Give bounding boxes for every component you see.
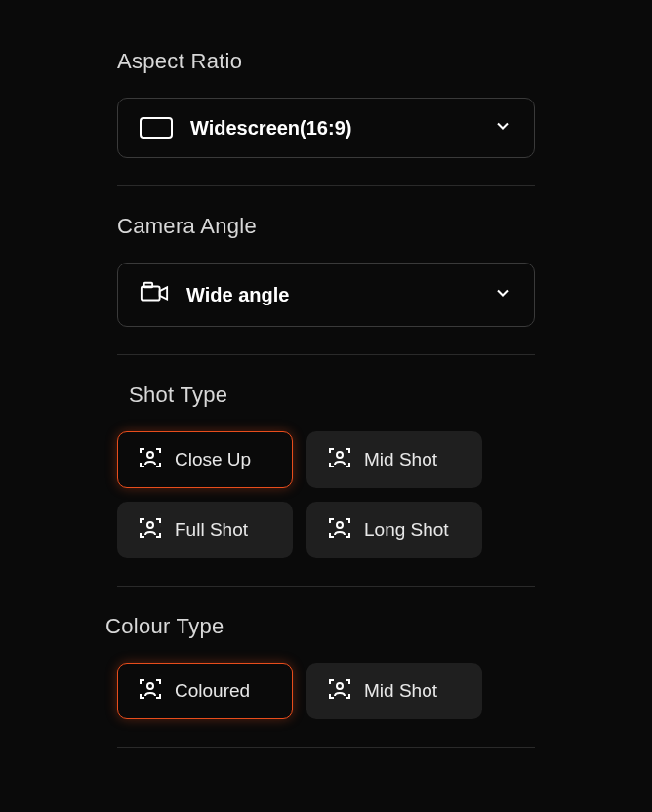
svg-point-2 xyxy=(147,452,153,458)
focus-person-icon xyxy=(138,676,163,706)
focus-person-icon xyxy=(138,445,163,474)
shot-type-mid-shot[interactable]: Mid Shot xyxy=(306,431,482,488)
shot-type-long-shot[interactable]: Long Shot xyxy=(306,502,482,558)
chevron-down-icon xyxy=(493,116,512,140)
camera-angle-value: Wide angle xyxy=(186,284,289,306)
svg-rect-1 xyxy=(144,283,152,288)
focus-person-icon xyxy=(327,676,352,706)
chevron-down-icon xyxy=(493,283,512,306)
camera-icon xyxy=(140,281,169,308)
focus-person-icon xyxy=(327,515,352,545)
aspect-ratio-value: Widescreen(16:9) xyxy=(190,117,351,140)
widescreen-icon xyxy=(140,117,173,139)
camera-angle-section: Camera Angle Wide angle xyxy=(117,214,535,355)
colour-type-section: Colour Type Coloured Mid Shot xyxy=(117,614,535,748)
colour-type-coloured[interactable]: Coloured xyxy=(117,663,293,719)
chip-label: Coloured xyxy=(175,680,250,702)
svg-point-6 xyxy=(147,683,153,689)
chip-label: Full Shot xyxy=(175,519,248,541)
focus-person-icon xyxy=(327,445,352,474)
shot-type-close-up[interactable]: Close Up xyxy=(117,431,293,488)
camera-angle-dropdown[interactable]: Wide angle xyxy=(117,263,535,327)
shot-type-section: Shot Type Close Up Mid Shot xyxy=(117,383,535,587)
svg-point-3 xyxy=(337,452,343,458)
aspect-ratio-dropdown[interactable]: Widescreen(16:9) xyxy=(117,98,535,158)
svg-rect-0 xyxy=(142,286,160,300)
chip-label: Close Up xyxy=(175,449,251,470)
aspect-ratio-title: Aspect Ratio xyxy=(117,49,535,74)
chip-label: Long Shot xyxy=(364,519,449,541)
chip-label: Mid Shot xyxy=(364,680,437,702)
chip-label: Mid Shot xyxy=(364,449,437,470)
shot-type-full-shot[interactable]: Full Shot xyxy=(117,502,293,558)
shot-type-title: Shot Type xyxy=(129,383,535,408)
camera-angle-title: Camera Angle xyxy=(117,214,535,239)
focus-person-icon xyxy=(138,515,163,545)
svg-point-5 xyxy=(337,522,343,528)
colour-type-mid-shot[interactable]: Mid Shot xyxy=(306,663,482,719)
svg-point-4 xyxy=(147,522,153,528)
colour-type-title: Colour Type xyxy=(105,614,535,639)
svg-point-7 xyxy=(337,683,343,689)
aspect-ratio-section: Aspect Ratio Widescreen(16:9) xyxy=(117,49,535,186)
